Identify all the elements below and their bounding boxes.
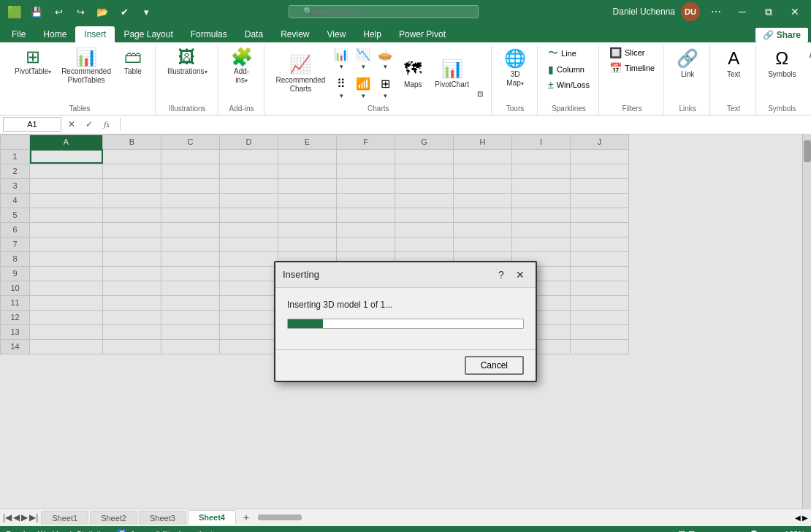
user-name: Daniel Uchenna <box>613 7 675 17</box>
tab-insert[interactable]: Insert <box>75 26 115 42</box>
tab-page-layout[interactable]: Page Layout <box>115 26 181 42</box>
pivotchart-button[interactable]: 📊 PivotChart <box>430 56 473 92</box>
bar-chart-button[interactable]: 📊 ▾ <box>331 45 351 73</box>
ribbon-group-addins: 🧩 Add-ins▾ Add-ins <box>220 45 264 115</box>
text-button[interactable]: A Text <box>717 45 750 82</box>
modal-message: Inserting 3D model 1 of 1... <box>287 300 524 310</box>
share-button[interactable]: 🔗 Share <box>755 28 808 42</box>
modal-title-bar: Inserting ? ✕ <box>275 262 536 288</box>
symbols-group-label: Symbols <box>764 102 800 115</box>
sheet-tab-4[interactable]: Sheet4 <box>188 510 236 525</box>
illustrations-button[interactable]: 🖼 Illustrations▾ <box>163 45 212 79</box>
slicer-icon: 🔲 <box>609 47 622 58</box>
minimize-button[interactable]: ─ <box>732 1 753 22</box>
ribbon-group-sparklines: 〜 Line ▮ Column ± Win/Loss Sparklines <box>539 45 599 115</box>
ribbon-collapse-arrow[interactable]: ∧ <box>808 48 812 60</box>
redo-button[interactable]: ↪ <box>72 3 89 20</box>
search-input[interactable] <box>289 5 479 18</box>
more-qat-button[interactable]: ▾ <box>137 3 155 20</box>
scroll-right-button[interactable]: ▶ <box>802 514 808 522</box>
formula-cancel-button[interactable]: ✕ <box>64 117 79 132</box>
pie-chart-button[interactable]: 🥧 ▾ <box>375 45 395 73</box>
sparkline-column-button[interactable]: ▮ Column <box>545 62 593 77</box>
ribbon-group-illustrations: 🖼 Illustrations▾ Illustrations <box>157 45 218 115</box>
3d-map-icon: 🌐 <box>504 48 526 69</box>
sheet-tab-bar: |◀ ◀ ▶ ▶| Sheet1 Sheet2 Sheet3 Sheet4 + … <box>0 509 811 526</box>
waterfall-chart-button[interactable]: 📶 ▾ <box>353 75 373 102</box>
modal-help-button[interactable]: ? <box>493 267 509 283</box>
zoom-level[interactable]: 160% <box>785 530 805 532</box>
sheet-tab-2[interactable]: Sheet2 <box>90 511 137 525</box>
addins-button[interactable]: 🧩 Add-ins▾ <box>226 45 258 88</box>
add-sheet-button[interactable]: + <box>237 509 255 525</box>
ribbon-collapse-button[interactable]: ⋯ <box>706 1 726 22</box>
tab-power-pivot[interactable]: Power Pivot <box>390 26 454 42</box>
link-button[interactable]: 🔗 Link <box>671 45 704 82</box>
formula-enter-button[interactable]: ✓ <box>82 117 96 132</box>
avatar[interactable]: DU <box>681 2 700 21</box>
ribbon-group-symbols: Ω Symbols Symbols <box>758 45 806 115</box>
scatter-chart-button[interactable]: ⠿ ▾ <box>331 75 351 102</box>
autocheck-button[interactable]: ✔ <box>115 3 133 20</box>
function-wizard-button[interactable]: 𝑓𝑥 <box>99 117 114 132</box>
sparklines-group-label: Sparklines <box>545 102 593 115</box>
sheet-tab-1[interactable]: Sheet1 <box>41 511 88 525</box>
sparkline-line-button[interactable]: 〜 Line <box>545 45 593 61</box>
close-button[interactable]: ✕ <box>785 1 805 22</box>
text-icon: A <box>728 48 739 69</box>
table-button[interactable]: 🗃 Table <box>117 45 149 79</box>
sheet-tab-3[interactable]: Sheet3 <box>139 511 186 525</box>
charts-expand-button[interactable]: ⊡ <box>475 88 485 99</box>
undo-button[interactable]: ↩ <box>50 3 67 20</box>
pivot-table-button[interactable]: ⊞ PivotTable▾ <box>10 45 56 79</box>
tab-data[interactable]: Data <box>236 26 272 42</box>
symbols-button[interactable]: Ω Symbols <box>764 45 800 82</box>
normal-view-button[interactable]: ▦ <box>678 529 685 532</box>
modal-cancel-button[interactable]: Cancel <box>465 356 524 375</box>
modal-close-button[interactable]: ✕ <box>512 267 528 283</box>
sparkline-winloss-button[interactable]: ± Win/Loss <box>545 77 593 92</box>
3d-map-button[interactable]: 🌐 3DMap▾ <box>499 45 531 91</box>
tab-file[interactable]: File <box>3 26 34 42</box>
pivotchart-icon: 📊 <box>441 58 463 79</box>
zoom-in-button[interactable]: + <box>777 530 781 532</box>
zoom-out-button[interactable]: − <box>708 530 712 532</box>
expand-charts-button[interactable]: ⊞ ▾ <box>375 75 395 102</box>
sheet-nav-last[interactable]: ▶| <box>29 512 38 522</box>
ribbon-group-text: A Text Text <box>712 45 756 115</box>
recommended-charts-button[interactable]: 📈 RecommendedCharts <box>272 51 330 96</box>
save-qat-button[interactable]: 💾 <box>28 3 45 20</box>
ribbon-group-filters: 🔲 Slicer 📅 Timeline Filters <box>601 45 664 115</box>
timeline-button[interactable]: 📅 Timeline <box>606 61 658 75</box>
sheet-nav-prev[interactable]: ◀ <box>13 512 20 522</box>
modal-progress-container <box>287 319 524 329</box>
workbook-stats-button[interactable]: Workbook Statistics <box>38 530 108 532</box>
page-layout-view-button[interactable]: ⊞ <box>688 529 695 532</box>
sheet-nav-first[interactable]: |◀ <box>3 512 12 522</box>
formula-input[interactable] <box>126 120 808 129</box>
tab-help[interactable]: Help <box>354 26 390 42</box>
cell-reference-box[interactable] <box>3 117 61 132</box>
tab-view[interactable]: View <box>319 26 355 42</box>
tab-review[interactable]: Review <box>272 26 318 42</box>
table-icon: 🗃 <box>124 48 142 66</box>
restore-button[interactable]: ⧉ <box>758 1 779 22</box>
ribbon-group-links: 🔗 Link Links <box>666 45 710 115</box>
sheet-nav-next[interactable]: ▶ <box>21 512 28 522</box>
slicer-button[interactable]: 🔲 Slicer <box>606 45 658 60</box>
tab-home[interactable]: Home <box>34 26 75 42</box>
recommended-pivot-tables-button[interactable]: 📊 RecommendedPivotTables <box>57 45 115 88</box>
modal-content: Inserting 3D model 1 of 1... <box>275 288 536 349</box>
maps-button[interactable]: 🗺 Maps <box>397 56 429 92</box>
horizontal-scrollbar[interactable] <box>255 513 795 522</box>
pivot-table-icon: ⊞ <box>26 48 40 66</box>
line-chart-button[interactable]: 📉 ▾ <box>353 45 373 73</box>
recommended-pivot-icon: 📊 <box>75 48 97 66</box>
open-button[interactable]: 📂 <box>94 3 111 20</box>
tab-formulas[interactable]: Formulas <box>182 26 236 42</box>
page-break-view-button[interactable]: ≡ <box>698 529 702 532</box>
scatter-chart-icon: ⠿ <box>337 77 346 91</box>
illustrations-icon: 🖼 <box>178 48 196 66</box>
scroll-left-button[interactable]: ◀ <box>795 514 801 522</box>
bar-chart-icon: 📊 <box>334 48 349 61</box>
